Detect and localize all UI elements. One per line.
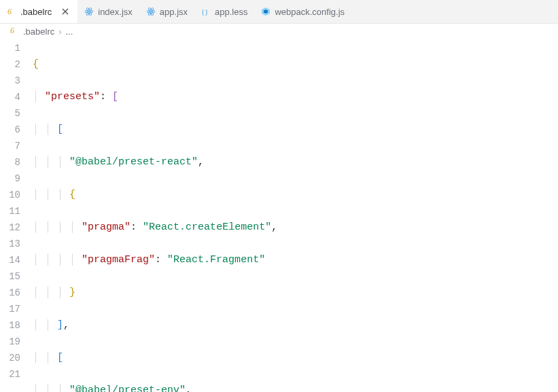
tab-label: app.less [215,7,247,17]
svg-point-1 [88,11,90,13]
babel-icon: 6 [7,7,16,16]
react-icon [84,7,94,16]
tab-index-jsx[interactable]: index.jsx [77,0,139,23]
babel-icon: 6 [10,26,19,37]
editor[interactable]: 123456789101112131415161718192021 { │ "p… [0,39,558,392]
tab-webpack-config[interactable]: webpack.config.js [254,0,351,23]
svg-text:6: 6 [7,7,12,16]
breadcrumb-file: .babelrc [23,26,54,37]
svg-text:{}: {} [201,7,209,16]
tab-label: app.jsx [160,7,188,17]
breadcrumb-trail: ... [66,26,73,37]
svg-point-5 [150,11,152,13]
breadcrumb[interactable]: 6 .babelrc › ... [0,24,558,39]
code-area[interactable]: { │ "presets": [ │ │ [ │ │ │ "@babel/pre… [33,39,558,392]
tab-label: .babelrc [20,7,52,17]
close-icon[interactable] [60,6,71,17]
line-numbers: 123456789101112131415161718192021 [0,39,33,392]
webpack-icon [261,7,271,16]
tab-app-jsx[interactable]: app.jsx [139,0,194,23]
tab-label: index.jsx [98,7,133,17]
tab-babelrc[interactable]: 6 .babelrc [0,0,77,23]
tab-app-less[interactable]: {} app.less [194,0,254,23]
react-icon [146,7,156,16]
tab-label: webpack.config.js [275,7,345,17]
tab-bar: 6 .babelrc index.jsx app.jsx {} app.less… [0,0,558,24]
svg-text:6: 6 [10,26,14,35]
less-icon: {} [201,7,211,16]
chevron-right-icon: › [58,26,61,37]
